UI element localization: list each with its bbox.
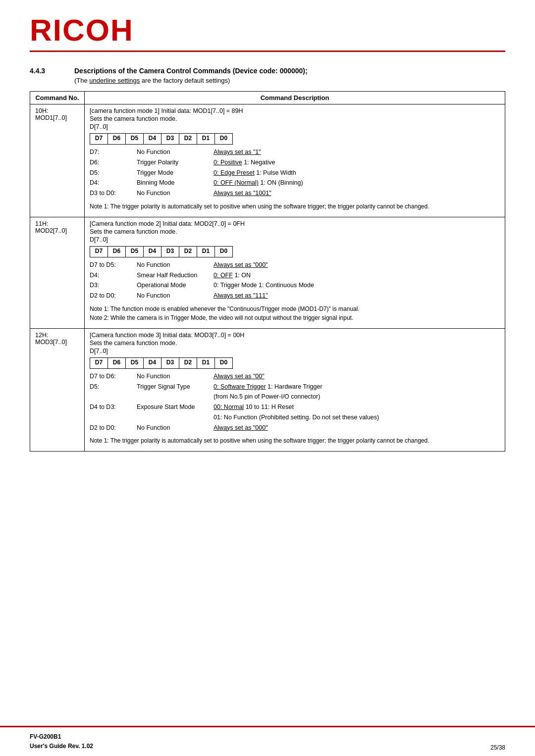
bit-cell: D4 xyxy=(144,134,161,145)
header: RICOH xyxy=(0,0,535,52)
field-value2: 1: Continuous Mode xyxy=(259,282,314,289)
desc-cell: [Camera function mode 3] Initial data: M… xyxy=(85,328,505,452)
bit-cell: D3 xyxy=(161,134,179,145)
bit-cell: D1 xyxy=(197,357,215,368)
bit-cell: D6 xyxy=(108,246,126,257)
logo: RICOH xyxy=(30,15,505,46)
field-name: Operational Mode xyxy=(137,281,214,290)
bit-cell: D2 xyxy=(179,134,197,145)
field-label: D3 to D0: xyxy=(90,189,137,198)
field-label: D5: xyxy=(90,382,137,392)
section-number: 4.4.3 xyxy=(30,67,74,75)
field-row: D2 to D0:No FunctionAlways set as "000" xyxy=(90,423,500,433)
field-value2: 1: Hardware Trigger xyxy=(268,383,322,390)
field-value: 01: No Function (Prohibited setting. Do … xyxy=(214,413,500,422)
field-label: D5: xyxy=(90,168,137,178)
field-name: No Function xyxy=(137,260,214,270)
page: RICOH 4.4.3 Descriptions of the Camera C… xyxy=(0,0,535,756)
field-label: D2 to D0: xyxy=(90,423,137,433)
field-label: D3: xyxy=(90,281,137,290)
bit-label: D[7..0] xyxy=(90,123,500,130)
col-header-desc: Command Description xyxy=(85,92,505,104)
field-name xyxy=(137,413,214,422)
field-block: D7 to D6:No FunctionAlways set as "00"D5… xyxy=(90,372,500,433)
note-text: Note 1: The function mode is enabled whe… xyxy=(90,304,500,322)
field-name: No Function xyxy=(137,372,214,381)
cmd-label: MOD1[7..0] xyxy=(35,114,79,121)
field-value2: 1: Negative xyxy=(244,159,275,166)
section-subtitle: (The underline settings are the factory … xyxy=(74,77,230,84)
field-row: D6:Trigger Polarity0: Positive 1: Negati… xyxy=(90,158,500,167)
bit-cell: D3 xyxy=(161,357,179,368)
field-row: D3:Operational Mode0: Trigger Mode 1: Co… xyxy=(90,281,500,290)
bit-cell: D3 xyxy=(161,246,179,257)
field-value: Always set as "00" xyxy=(214,372,500,381)
footer-left: FV-G200B1 User's Guide Rev. 1.02 xyxy=(30,732,93,751)
field-name: Binning Mode xyxy=(137,178,214,188)
field-name: Trigger Polarity xyxy=(137,158,214,167)
bit-cell: D0 xyxy=(215,357,233,368)
field-row: 01: No Function (Prohibited setting. Do … xyxy=(90,413,500,422)
bit-cell: D2 xyxy=(179,357,197,368)
model-name: FV-G200B1 xyxy=(30,732,93,742)
bit-cell: D4 xyxy=(144,357,161,368)
field-label: D6: xyxy=(90,158,137,167)
bit-table: D7D6D5D4D3D2D1D0 xyxy=(90,357,233,369)
block-text: Sets the camera function mode. xyxy=(90,340,500,347)
field-value: 0: Positive 1: Negative xyxy=(214,158,500,167)
field-name: Exposure Start Mode xyxy=(137,403,214,412)
bit-cell: D0 xyxy=(215,134,233,145)
field-label: D7: xyxy=(90,148,137,157)
field-name xyxy=(137,392,214,402)
bit-table: D7D6D5D4D3D2D1D0 xyxy=(90,133,233,145)
bit-cell: D1 xyxy=(197,134,215,145)
cmd-label: MOD3[7..0] xyxy=(35,339,79,346)
field-block: D7 to D5:No FunctionAlways set as "000"D… xyxy=(90,260,500,301)
guide-name: User's Guide Rev. 1.02 xyxy=(30,742,93,751)
bit-cell: D4 xyxy=(144,246,161,257)
cmd-label: 10H: xyxy=(35,107,79,114)
field-name: No Function xyxy=(137,291,214,301)
desc-cell: [Camera function mode 2] Initial data: M… xyxy=(85,217,505,328)
section-title: Descriptions of the Camera Control Comma… xyxy=(74,67,308,75)
bit-label: D[7..0] xyxy=(90,236,500,243)
field-value: 0: Trigger Mode 1: Continuous Mode xyxy=(214,281,500,290)
field-name: Trigger Mode xyxy=(137,168,214,178)
field-value: Always set as "111" xyxy=(214,291,500,301)
bit-cell: D5 xyxy=(126,357,144,368)
field-name: No Function xyxy=(137,189,214,198)
bit-cell: D5 xyxy=(126,134,144,145)
field-label xyxy=(90,392,137,402)
note-text: Note 1: The trigger polarity is automati… xyxy=(90,202,500,211)
field-row: (from No.5 pin of Power-I/O connector) xyxy=(90,392,500,402)
block-text: Sets the camera function mode. xyxy=(90,115,500,122)
field-label: D4: xyxy=(90,271,137,280)
bit-label: D[7..0] xyxy=(90,348,500,354)
field-value2: 1: ON xyxy=(234,272,251,279)
field-value: 00: Normal 10 to 11: H Reset xyxy=(214,403,500,412)
field-label: D4 to D3: xyxy=(90,403,137,412)
bit-cell: D7 xyxy=(90,246,108,257)
field-value: 0: OFF 1: ON xyxy=(214,271,500,280)
field-name: No Function xyxy=(137,148,214,157)
table-row: 11H:MOD2[7..0][Camera function mode 2] I… xyxy=(30,217,505,328)
field-row: D7 to D6:No FunctionAlways set as "00" xyxy=(90,372,500,381)
cmd-label: MOD2[7..0] xyxy=(35,227,79,234)
bit-cell: D0 xyxy=(215,246,233,257)
field-row: D5:Trigger Mode0: Edge Preset 1: Pulse W… xyxy=(90,168,500,178)
bit-cell: D7 xyxy=(90,134,108,145)
footer: FV-G200B1 User's Guide Rev. 1.02 25/38 xyxy=(0,726,535,756)
bit-cell: D1 xyxy=(197,246,215,257)
field-name: Trigger Signal Type xyxy=(137,382,214,392)
field-value: Always set as "1" xyxy=(214,148,500,157)
main-table: Command No. Command Description 10H:MOD1… xyxy=(30,91,505,452)
cmd-cell: 12H:MOD3[7..0] xyxy=(30,328,85,452)
table-row: 10H:MOD1[7..0][camera function mode 1] I… xyxy=(30,104,505,217)
field-value2: 1: ON (Binning) xyxy=(260,179,303,186)
field-value: (from No.5 pin of Power-I/O connector) xyxy=(214,392,500,402)
table-row: 12H:MOD3[7..0][Camera function mode 3] I… xyxy=(30,328,505,452)
block-header: [camera function mode 1] Initial data: M… xyxy=(90,107,500,114)
field-row: D3 to D0:No FunctionAlways set as "1001" xyxy=(90,189,500,198)
field-value: Always set as "000" xyxy=(214,423,500,433)
cmd-cell: 11H:MOD2[7..0] xyxy=(30,217,85,328)
